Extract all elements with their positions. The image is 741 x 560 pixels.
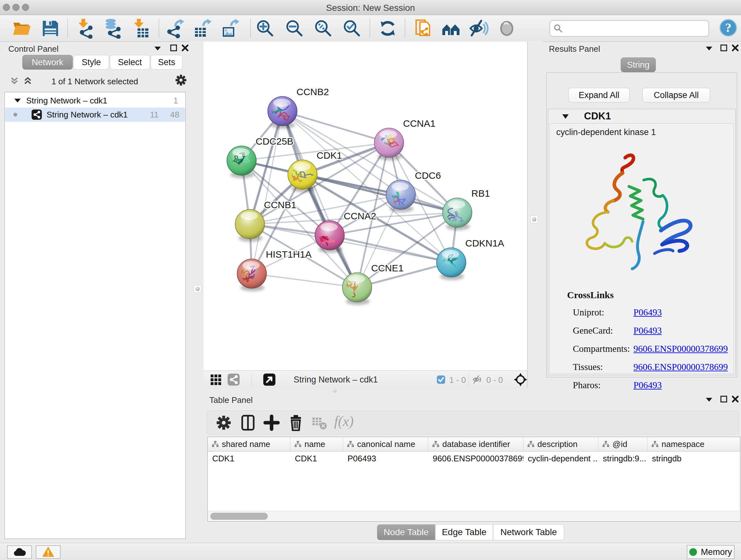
column-header[interactable]: shared name bbox=[208, 437, 290, 451]
tab-sets[interactable]: Sets bbox=[151, 55, 183, 70]
collapse-all-button[interactable]: Collapse All bbox=[643, 88, 710, 103]
warnings-button[interactable] bbox=[36, 545, 61, 559]
results-panel-title: Results Panel bbox=[549, 44, 600, 54]
zoom-selected-button[interactable] bbox=[342, 18, 362, 39]
left-splitter-handle[interactable] bbox=[194, 285, 201, 293]
show-all-button[interactable] bbox=[496, 18, 517, 39]
collapse-panel-icon[interactable] bbox=[154, 45, 161, 52]
column-header[interactable]: description bbox=[523, 437, 598, 451]
network-node[interactable]: CDC25B bbox=[227, 136, 293, 178]
selected-checkbox-icon[interactable] bbox=[436, 375, 446, 384]
cell-canonical-name[interactable]: P06493 bbox=[343, 451, 428, 465]
float-panel-icon[interactable] bbox=[170, 44, 178, 53]
save-session-button[interactable] bbox=[40, 18, 61, 39]
show-columns-icon[interactable] bbox=[240, 415, 256, 431]
tab-string[interactable]: String bbox=[621, 57, 656, 72]
import-table-from-file-button[interactable] bbox=[131, 18, 151, 39]
network-node[interactable]: CCNA1 bbox=[374, 118, 435, 160]
right-splitter-handle[interactable] bbox=[530, 215, 538, 223]
export-image-button[interactable] bbox=[219, 18, 240, 39]
tab-edge-table[interactable]: Edge Table bbox=[435, 524, 493, 540]
expand-all-button[interactable]: Expand All bbox=[568, 88, 630, 103]
cell-id[interactable]: stringdb:9... bbox=[598, 451, 648, 465]
import-network-from-database-button[interactable] bbox=[103, 18, 124, 39]
delete-column-trash-icon[interactable] bbox=[287, 415, 304, 431]
network-edge[interactable] bbox=[330, 235, 451, 262]
collection-label: String Network – cdk1 bbox=[26, 96, 107, 106]
column-header[interactable]: database identifier bbox=[428, 437, 523, 451]
home-button[interactable] bbox=[441, 18, 461, 39]
refresh-view-button[interactable] bbox=[378, 18, 398, 39]
table-row[interactable]: CDK1 CDK1 P06493 9606.ENSP00000378699 cy… bbox=[208, 451, 740, 465]
hidden-eye-icon[interactable] bbox=[472, 374, 482, 385]
cell-description[interactable]: cyclin-dependent ... bbox=[523, 451, 598, 465]
gene-collapse-icon[interactable] bbox=[562, 114, 569, 119]
open-session-button[interactable] bbox=[11, 18, 32, 39]
crosslink-value[interactable]: P06493 bbox=[633, 325, 662, 335]
zoom-in-button[interactable] bbox=[255, 18, 275, 39]
cell-namespace[interactable]: stringdb bbox=[648, 451, 739, 465]
network-node[interactable]: CCNE1 bbox=[342, 263, 403, 310]
network-node[interactable]: HIST1H1A bbox=[234, 249, 312, 291]
network-row-selected[interactable]: String Network – cdk1 11 48 bbox=[5, 108, 185, 122]
export-table-button[interactable] bbox=[192, 18, 213, 39]
close-panel-icon[interactable] bbox=[731, 395, 739, 404]
collapse-panel-icon[interactable] bbox=[705, 396, 713, 403]
add-column-icon[interactable] bbox=[263, 415, 280, 431]
network-collection-row[interactable]: String Network – cdk1 1 bbox=[5, 94, 184, 108]
column-header[interactable]: canonical name bbox=[343, 437, 428, 451]
crosslink-value[interactable]: 9606.ENSP00000378699 bbox=[633, 362, 728, 372]
fit-selected-crosshair-icon[interactable] bbox=[514, 373, 527, 387]
zoom-fit-button[interactable] bbox=[313, 18, 333, 39]
right-splitter[interactable] bbox=[527, 42, 543, 388]
table-horizontal-scrollbar[interactable] bbox=[208, 511, 739, 521]
tab-node-table[interactable]: Node Table bbox=[377, 524, 435, 540]
network-canvas[interactable]: CCNB2CCNA1CDC25BCDK1CDC6RB1CCNB1CCNA2HIS… bbox=[204, 42, 527, 370]
table-gear-icon[interactable] bbox=[215, 415, 232, 431]
cloud-status-button[interactable] bbox=[7, 545, 32, 559]
zoom-out-button[interactable] bbox=[284, 18, 305, 39]
delete-table-icon[interactable] bbox=[311, 415, 328, 431]
function-builder-icon[interactable]: f(x) bbox=[334, 413, 354, 429]
export-network-button[interactable] bbox=[165, 18, 186, 39]
crosslink-link: P06493 bbox=[633, 307, 662, 318]
hide-selected-button[interactable] bbox=[468, 18, 489, 39]
horizontal-splitter-handle[interactable] bbox=[332, 388, 337, 393]
crosslink-value[interactable]: P06493 bbox=[633, 307, 662, 317]
search-input[interactable] bbox=[565, 22, 704, 34]
network-node[interactable]: RB1 bbox=[443, 188, 490, 230]
network-edge[interactable] bbox=[282, 111, 389, 143]
memory-button[interactable]: Memory bbox=[687, 545, 735, 559]
float-panel-icon[interactable] bbox=[720, 44, 728, 53]
help-button[interactable]: ? bbox=[718, 17, 738, 38]
network-options-gear-icon[interactable] bbox=[175, 74, 187, 87]
collection-expand-icon[interactable] bbox=[14, 98, 21, 103]
crosslink-value[interactable]: 9606.ENSP00000378699 bbox=[633, 344, 728, 354]
tab-style[interactable]: Style bbox=[73, 55, 109, 70]
close-panel-icon[interactable] bbox=[181, 44, 189, 53]
scrollbar-thumb[interactable] bbox=[210, 513, 268, 520]
network-node[interactable]: CDKN1A bbox=[436, 238, 504, 280]
cell-name[interactable]: CDK1 bbox=[290, 451, 343, 465]
grid-view-icon[interactable] bbox=[210, 374, 222, 387]
crosslink-value[interactable]: P06493 bbox=[633, 380, 662, 390]
network-view-mode-icon[interactable] bbox=[227, 373, 240, 387]
tab-select[interactable]: Select bbox=[110, 55, 150, 70]
collapse-panel-icon[interactable] bbox=[705, 45, 713, 52]
column-header[interactable]: name bbox=[290, 437, 343, 451]
close-panel-icon[interactable] bbox=[731, 44, 739, 53]
column-header[interactable]: @id bbox=[598, 437, 648, 451]
column-header[interactable]: namespace bbox=[648, 437, 739, 451]
cell-shared-name[interactable]: CDK1 bbox=[208, 451, 290, 465]
import-network-from-file-button[interactable] bbox=[76, 18, 97, 39]
network-graph[interactable]: CCNB2CCNA1CDC25BCDK1CDC6RB1CCNB1CCNA2HIS… bbox=[204, 42, 527, 370]
float-panel-icon[interactable] bbox=[720, 395, 728, 404]
string-document-button[interactable] bbox=[414, 18, 434, 39]
cell-database-identifier[interactable]: 9606.ENSP00000378699 bbox=[428, 451, 523, 465]
horizontal-splitter[interactable] bbox=[204, 388, 527, 393]
tab-network[interactable]: Network bbox=[22, 55, 73, 70]
left-splitter[interactable] bbox=[190, 42, 204, 388]
birds-eye-view-icon[interactable] bbox=[263, 373, 276, 387]
tab-network-table[interactable]: Network Table bbox=[493, 524, 564, 540]
network-edge[interactable] bbox=[252, 273, 357, 287]
